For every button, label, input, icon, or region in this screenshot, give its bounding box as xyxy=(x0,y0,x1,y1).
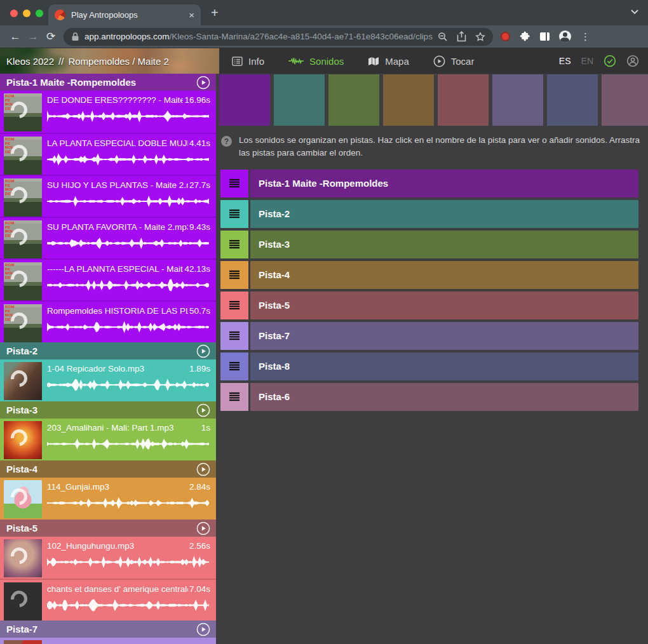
clip-waveform[interactable] xyxy=(47,597,210,614)
address-bar[interactable]: app.antropoloops.com/Kleos-Santa-Marina/… xyxy=(64,28,493,46)
clip-waveform[interactable] xyxy=(47,377,210,393)
track-section-header[interactable]: Pista-3 xyxy=(0,401,216,419)
clip-item[interactable]: 102_Hunguhungu.mp32.56s xyxy=(0,537,216,579)
clip-name[interactable]: Rompemoldes HISTORIA DE LAS PLANTAS... xyxy=(47,306,188,316)
track-row-drag-handle[interactable] xyxy=(220,383,248,411)
zoom-window-button[interactable] xyxy=(36,10,43,17)
tab-search-chevron-icon[interactable] xyxy=(630,9,639,15)
sidebar-toggle-icon[interactable] xyxy=(540,32,550,41)
track-row-drag-handle[interactable] xyxy=(220,231,248,258)
clip-item[interactable]: ROM PE MOL DESRompemoldes HISTORIA DE LA… xyxy=(0,300,216,342)
clip-waveform[interactable] xyxy=(47,235,210,252)
clip-name[interactable]: 1-04 Repicador Solo.mp3 xyxy=(47,364,144,373)
track-row-drag-handle[interactable] xyxy=(220,292,248,319)
browser-tab[interactable]: Play Antropoloops × xyxy=(48,4,201,25)
clip-waveform[interactable] xyxy=(47,151,210,168)
clip-name[interactable]: SU PLANTA FAVORITA - Maite 2.mp3 xyxy=(47,222,188,232)
close-window-button[interactable] xyxy=(10,10,18,17)
url-text[interactable]: app.antropoloops.com/Kleos-Santa-Marina/… xyxy=(84,32,433,41)
track-row[interactable]: Pista-1 Maite -Rompemoldes xyxy=(220,170,638,198)
clip-item[interactable]: 1-04 Repicador Solo.mp31.89s xyxy=(0,359,216,401)
clip-name[interactable]: 102_Hunguhungu.mp3 xyxy=(47,541,134,551)
back-button[interactable]: ← xyxy=(6,30,24,43)
track-row-drag-handle[interactable] xyxy=(220,322,248,350)
track-row-bar[interactable]: Pista-5 xyxy=(250,292,638,319)
clip-item[interactable]: 203_Amalihani - Mali: Part 1.mp31s xyxy=(0,419,216,460)
clip-name[interactable]: 203_Amalihani - Mali: Part 1.mp3 xyxy=(47,423,174,433)
clip-waveform[interactable] xyxy=(47,554,210,570)
zoom-icon[interactable] xyxy=(438,32,448,42)
status-check-icon[interactable] xyxy=(604,55,616,67)
track-row-drag-handle[interactable] xyxy=(220,200,248,228)
clip-item[interactable]: 114_Gunjai.mp32.84s xyxy=(0,478,216,520)
track-row[interactable]: Pista-2 xyxy=(220,200,638,228)
breadcrumb-site[interactable]: Kleos 2022 xyxy=(6,56,54,67)
clip-waveform[interactable] xyxy=(47,319,210,335)
clip-name[interactable]: DE DONDE ERES???????? - Maite 2.mp3 xyxy=(47,95,183,105)
clip-waveform[interactable] xyxy=(47,193,210,210)
track-row-bar[interactable]: Pista-2 xyxy=(250,200,638,228)
track-section-header[interactable]: Pista-7 xyxy=(0,621,216,638)
extensions-icon[interactable] xyxy=(520,31,530,42)
clip-waveform[interactable] xyxy=(47,436,210,452)
track-row-bar[interactable]: Pista-1 Maite -Rompemoldes xyxy=(250,170,638,198)
clip-item[interactable]: ROM PE MOL DESLA PLANTA ESPECIAL DOBLE M… xyxy=(0,133,216,175)
breadcrumb[interactable]: Kleos 2022 // Rompemoldes / Maite 2 xyxy=(0,48,219,74)
track-row-bar[interactable]: Pista-3 xyxy=(250,231,638,258)
account-icon[interactable] xyxy=(626,55,639,67)
menu-kebab-icon[interactable]: ⋮ xyxy=(581,32,590,41)
breadcrumb-path[interactable]: Rompemoldes / Maite 2 xyxy=(68,56,168,67)
clip-name[interactable]: ------LA PLANNTA ESPECIAL - Maite 2.mp3 xyxy=(47,264,183,274)
track-section-header[interactable]: Pista-5 xyxy=(0,520,216,537)
share-icon[interactable] xyxy=(457,31,466,42)
play-track-icon[interactable] xyxy=(196,622,210,636)
track-row[interactable]: Pista-4 xyxy=(220,261,638,289)
track-row[interactable]: Pista-6 xyxy=(220,383,638,411)
new-tab-button[interactable]: + xyxy=(211,6,219,19)
play-track-icon[interactable] xyxy=(196,344,210,358)
play-track-icon[interactable] xyxy=(196,521,210,535)
play-track-icon[interactable] xyxy=(196,462,210,476)
play-track-icon[interactable] xyxy=(196,403,210,417)
track-section-header[interactable]: Pista-2 xyxy=(0,342,216,359)
clip-name[interactable]: SU HIJO Y LAS PLANTAS - Maite 2.mp3 xyxy=(47,180,188,190)
clip-name[interactable]: chants et danses d' amerique centrale - … xyxy=(47,584,188,594)
nav-mapa[interactable]: Mapa xyxy=(368,56,409,67)
track-section-header[interactable]: Pista-4 xyxy=(0,460,216,478)
play-track-icon[interactable] xyxy=(196,76,210,90)
track-row-drag-handle[interactable] xyxy=(220,170,248,198)
clip-name[interactable]: LA PLANTA ESPECIAL DOBLE MUJER - Mai... xyxy=(47,138,188,148)
clip-waveform[interactable] xyxy=(47,277,210,293)
nav-info[interactable]: Info xyxy=(232,56,264,67)
clip-item[interactable]: ROM PE MOL DESDE DONDE ERES???????? - Ma… xyxy=(0,91,216,133)
track-row-bar[interactable]: Pista-7 xyxy=(250,322,638,350)
clip-item[interactable]: chants et danses d' amerique centrale - … xyxy=(0,579,216,621)
forward-button[interactable]: → xyxy=(24,30,42,43)
track-row-bar[interactable]: Pista-4 xyxy=(250,261,638,289)
lang-es-button[interactable]: ES xyxy=(559,56,571,66)
clip-waveform[interactable] xyxy=(47,495,210,511)
track-row[interactable]: Pista-5 xyxy=(220,292,638,319)
clip-item[interactable]: ROM PE MOL DESSU HIJO Y LAS PLANTAS - Ma… xyxy=(0,175,216,217)
track-row[interactable]: Pista-8 xyxy=(220,352,638,380)
track-row-bar[interactable]: Pista-6 xyxy=(250,383,638,411)
clip-name[interactable]: 114_Gunjai.mp3 xyxy=(47,482,109,492)
track-row-bar[interactable]: Pista-8 xyxy=(250,352,638,380)
star-icon[interactable] xyxy=(475,32,485,42)
track-row-drag-handle[interactable] xyxy=(220,352,248,380)
lang-en-button[interactable]: EN xyxy=(581,56,593,66)
track-row-drag-handle[interactable] xyxy=(220,261,248,289)
clip-waveform[interactable] xyxy=(47,108,210,124)
track-row[interactable]: Pista-3 xyxy=(220,231,638,258)
tab-close-icon[interactable]: × xyxy=(189,10,194,20)
window-controls[interactable] xyxy=(10,10,43,17)
record-icon[interactable] xyxy=(501,32,510,41)
minimize-window-button[interactable] xyxy=(23,10,30,17)
profile-avatar[interactable] xyxy=(559,30,571,43)
clip-item[interactable]: ROM PE MOL DESSU PLANTA FAVORITA - Maite… xyxy=(0,217,216,258)
clip-item[interactable]: Las castañuelas3.13s xyxy=(0,638,216,644)
track-section-header[interactable]: Pista-1 Maite -Rompemoldes xyxy=(0,74,216,91)
clip-item[interactable]: ROM PE MOL DES------LA PLANNTA ESPECIAL … xyxy=(0,258,216,300)
nav-sonidos[interactable]: Sonidos xyxy=(288,56,344,67)
track-row[interactable]: Pista-7 xyxy=(220,322,638,350)
